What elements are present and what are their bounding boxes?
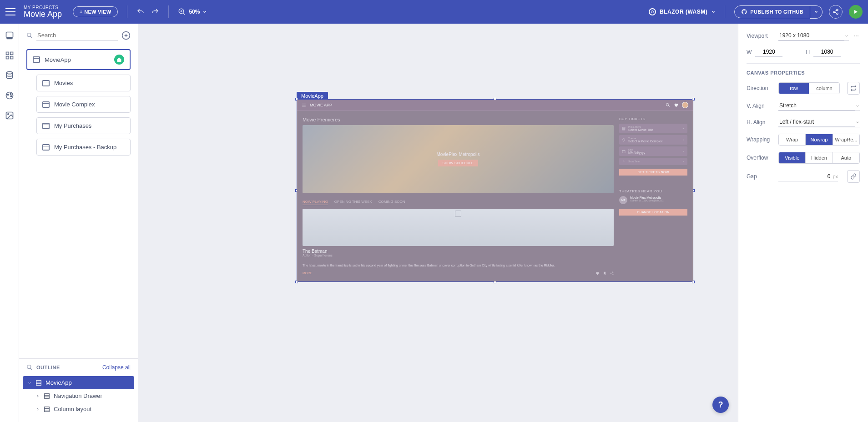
collapse-all-link[interactable]: Collapse all bbox=[102, 364, 131, 371]
top-bar: MY PROJECTS Movie App + NEW VIEW 50% BLA… bbox=[0, 0, 868, 24]
halign-select[interactable]: Left / flex-start bbox=[778, 117, 860, 127]
view-item[interactable]: Movies bbox=[36, 75, 131, 91]
view-item[interactable]: My Purchases - Backup bbox=[36, 139, 131, 156]
outline-name: MovieApp bbox=[45, 379, 72, 386]
publish-dropdown[interactable] bbox=[810, 5, 823, 19]
valign-label: V. Align bbox=[747, 103, 774, 109]
segment-option[interactable]: row bbox=[779, 83, 809, 94]
view-name: MovieApp bbox=[45, 56, 71, 63]
svg-marker-48 bbox=[683, 140, 684, 141]
theme-icon[interactable] bbox=[5, 91, 14, 100]
viewport-more-icon[interactable]: ⋯ bbox=[853, 33, 860, 39]
new-view-button[interactable]: + NEW VIEW bbox=[73, 6, 118, 17]
run-button[interactable] bbox=[849, 5, 863, 19]
outline-name: Column layout bbox=[54, 406, 91, 412]
gap-lock-button[interactable] bbox=[847, 170, 860, 183]
swap-icon bbox=[850, 85, 857, 91]
svg-point-19 bbox=[10, 93, 11, 95]
svg-rect-36 bbox=[45, 407, 50, 412]
svg-marker-50 bbox=[683, 161, 684, 162]
preview-app-title: MOVIE APP bbox=[310, 103, 332, 107]
project-breadcrumb[interactable]: MY PROJECTS Movie App bbox=[24, 5, 62, 19]
get-tickets-button: GET TICKETS NOW bbox=[619, 169, 687, 176]
zoom-icon bbox=[178, 8, 186, 16]
chevron-down-icon bbox=[844, 34, 849, 38]
assets-icon[interactable] bbox=[5, 111, 14, 120]
chevron-down-icon bbox=[682, 139, 685, 141]
chevron-down-icon bbox=[682, 127, 685, 130]
segment-option[interactable]: Nowrap bbox=[806, 134, 833, 145]
change-location-button: CHANGE LOCATION bbox=[619, 209, 687, 216]
search-icon bbox=[26, 364, 33, 371]
segment-option[interactable]: Visible bbox=[779, 152, 806, 163]
wrapping-label: Wrapping bbox=[747, 136, 774, 143]
components-icon[interactable] bbox=[5, 51, 14, 60]
chevron-down-icon bbox=[711, 10, 716, 14]
svg-rect-13 bbox=[10, 52, 13, 55]
viewport-select[interactable]: 1920 x 1080 bbox=[778, 31, 849, 41]
share-button[interactable] bbox=[829, 5, 843, 19]
layout-icon bbox=[35, 380, 42, 386]
view-item[interactable]: My Purchases bbox=[36, 117, 131, 134]
theatre-address: Gotham St. 1234, Metropolis, DC bbox=[630, 199, 664, 202]
view-name: Movies bbox=[54, 80, 73, 86]
svg-rect-12 bbox=[6, 52, 9, 55]
help-button[interactable]: ? bbox=[712, 397, 729, 413]
canvas[interactable]: MovieApp MOVIE APP bbox=[138, 24, 738, 422]
outline-item[interactable]: Navigation Drawer bbox=[23, 389, 134, 402]
views-icon[interactable] bbox=[5, 31, 14, 40]
field-label: Show Time bbox=[628, 160, 679, 163]
svg-point-6 bbox=[837, 13, 838, 15]
svg-point-46 bbox=[612, 274, 613, 275]
svg-point-4 bbox=[837, 9, 838, 11]
chevron-down-icon bbox=[855, 104, 860, 108]
svg-point-5 bbox=[833, 11, 835, 13]
add-view-icon[interactable] bbox=[121, 31, 131, 40]
segment-option[interactable]: Wrap bbox=[779, 134, 806, 145]
halign-label: H. Align bbox=[747, 119, 774, 126]
framework-label: BLAZOR (WASM) bbox=[660, 9, 707, 15]
gap-unit: px bbox=[833, 174, 838, 179]
undo-icon[interactable] bbox=[136, 8, 145, 16]
search-icon bbox=[26, 32, 33, 39]
view-item[interactable]: Movie Complex bbox=[36, 96, 131, 113]
movie-image bbox=[303, 209, 614, 246]
segment-option[interactable]: column bbox=[809, 83, 839, 94]
segment-option[interactable]: Hidden bbox=[806, 152, 833, 163]
zoom-control[interactable]: 50% bbox=[178, 8, 207, 16]
redo-icon[interactable] bbox=[151, 8, 159, 16]
movie-genre: Action - Superheroes bbox=[303, 254, 614, 257]
segment-option[interactable]: WrapRe... bbox=[833, 134, 859, 145]
chevron-down-icon bbox=[202, 10, 207, 14]
valign-select[interactable]: Stretch bbox=[778, 101, 860, 111]
menu-icon[interactable] bbox=[5, 8, 15, 15]
outline-item[interactable]: MovieApp bbox=[23, 376, 134, 389]
outline-name: Navigation Drawer bbox=[54, 392, 102, 399]
segment-option[interactable]: Auto bbox=[833, 152, 859, 163]
height-input[interactable] bbox=[813, 47, 841, 57]
field-icon bbox=[622, 150, 626, 153]
preview-tab: OPENING THIS WEEK bbox=[334, 200, 372, 205]
field-icon bbox=[622, 160, 626, 163]
svg-marker-47 bbox=[683, 128, 684, 129]
swap-direction-button[interactable] bbox=[847, 82, 860, 95]
ticket-field: TheatreSelect a Movie Complex bbox=[619, 135, 687, 145]
view-item[interactable]: MovieApp bbox=[26, 49, 131, 70]
publish-label: PUBLISH TO GITHUB bbox=[750, 9, 803, 15]
svg-line-8 bbox=[835, 12, 837, 13]
publish-button[interactable]: PUBLISH TO GITHUB bbox=[734, 5, 810, 18]
canvas-frame[interactable]: MOVIE APP Movie Premieres MoviePlex Metr… bbox=[297, 99, 693, 282]
search-input[interactable] bbox=[36, 30, 118, 41]
gap-input[interactable] bbox=[804, 172, 832, 181]
separator bbox=[168, 5, 169, 18]
data-icon[interactable] bbox=[5, 71, 14, 80]
outline-item[interactable]: Column layout bbox=[23, 402, 134, 416]
framework-selector[interactable]: BLAZOR (WASM) bbox=[649, 8, 716, 15]
width-input[interactable] bbox=[755, 47, 782, 57]
hero-banner: MoviePlex Metropolis SHOW SCHEDULE bbox=[303, 125, 614, 193]
canvas-properties-header: CANVAS PROPERTIES bbox=[747, 63, 860, 75]
left-panel: MovieAppMoviesMovie ComplexMy PurchasesM… bbox=[19, 24, 138, 422]
svg-point-20 bbox=[10, 95, 12, 97]
heart-icon bbox=[595, 271, 599, 275]
field-value: Select a Movie Complex bbox=[628, 140, 679, 143]
